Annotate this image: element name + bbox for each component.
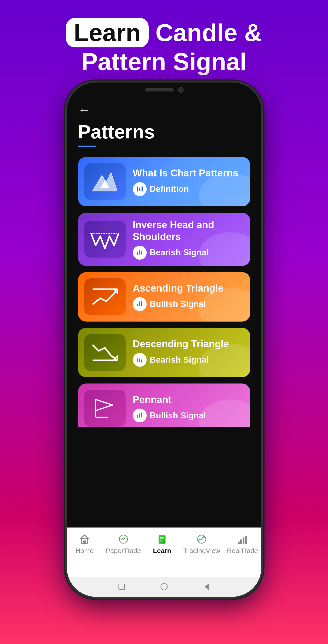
nav-item-realtrade[interactable]: RealTrade [227, 533, 258, 554]
svg-rect-68 [245, 536, 247, 544]
svg-rect-25 [137, 303, 137, 304]
svg-rect-31 [142, 300, 142, 302]
card-ascending-triangle[interactable]: Ascending Triangle [78, 272, 250, 322]
camera [178, 87, 184, 92]
nav-item-tradingview[interactable]: TradingView [183, 533, 220, 554]
back-button[interactable]: ← [78, 103, 250, 117]
svg-rect-20 [142, 250, 142, 252]
bearish-badge-icon-1 [133, 246, 147, 260]
svg-rect-36 [137, 358, 137, 359]
card-what-is-chart-patterns[interactable]: What Is Chart Patterns [78, 157, 250, 206]
candlestick-icon-4 [135, 355, 144, 364]
nav-learn-label: Learn [153, 547, 171, 554]
svg-rect-21 [142, 254, 142, 255]
svg-rect-26 [137, 306, 137, 307]
svg-rect-47 [137, 414, 137, 416]
screen-content: ← Patterns [67, 82, 261, 528]
card-1-icon-box [84, 163, 126, 200]
card-3-badge-label: Bullish Signal [150, 300, 206, 309]
svg-rect-4 [138, 186, 138, 188]
nav-item-home[interactable]: Home [70, 533, 99, 554]
candlestick-icon-1 [135, 185, 144, 194]
home-icon [78, 533, 91, 546]
android-bar [67, 577, 261, 597]
nav-tradingview-label: TradingView [183, 547, 220, 554]
svg-rect-50 [139, 413, 140, 414]
candlestick-icon-3 [135, 300, 144, 308]
svg-rect-43 [142, 362, 142, 363]
card-pennant[interactable]: Pennant [78, 384, 250, 427]
cards-container: What Is Chart Patterns [78, 157, 250, 528]
page-title: Patterns [78, 121, 250, 143]
candlestick-icon-5 [135, 411, 144, 420]
svg-rect-5 [138, 190, 138, 192]
learn-icon [156, 533, 168, 546]
card-5-badge-label: Bullish Signal [150, 411, 206, 420]
phone-screen: ← Patterns [67, 82, 261, 597]
inv-head-shoulders-icon [89, 227, 120, 252]
descending-triangle-icon [89, 340, 120, 365]
realtrade-icon [236, 533, 249, 546]
svg-rect-18 [139, 254, 140, 255]
svg-rect-37 [137, 361, 137, 362]
svg-rect-67 [243, 537, 244, 544]
svg-rect-32 [142, 305, 142, 306]
mountains-icon [89, 170, 120, 194]
card-5-wrapper: Pennant [78, 384, 250, 427]
tradingview-icon [195, 533, 208, 546]
bottom-nav: Home PaperTrade [67, 528, 261, 577]
phone-notch [128, 82, 200, 97]
svg-rect-15 [137, 254, 137, 255]
nav-realtrade-label: RealTrade [227, 547, 258, 554]
svg-rect-53 [142, 412, 142, 413]
card-1-badge-label: Definition [150, 184, 189, 194]
card-3-icon-box [84, 278, 126, 315]
svg-rect-65 [238, 542, 240, 544]
svg-rect-14 [137, 251, 137, 252]
android-back-btn[interactable] [202, 582, 212, 592]
bullish-badge-icon-2 [133, 408, 147, 422]
svg-rect-56 [83, 540, 86, 543]
card-2-icon-box [84, 221, 126, 258]
svg-rect-59 [159, 535, 162, 544]
papertrade-icon [117, 533, 130, 546]
svg-marker-69 [204, 584, 208, 590]
bullish-badge-icon-1 [133, 297, 147, 311]
header-title: Learn Candle & [66, 18, 262, 48]
svg-rect-11 [142, 190, 142, 192]
bearish-badge-icon-2 [133, 353, 147, 367]
svg-rect-28 [139, 302, 140, 303]
android-home-btn[interactable] [159, 582, 169, 592]
candlestick-icon-2 [135, 248, 144, 257]
learn-badge: Learn [66, 18, 149, 48]
svg-rect-51 [139, 416, 140, 418]
svg-rect-48 [137, 417, 137, 418]
header-subtitle: Pattern Signal [66, 48, 262, 76]
card-inverse-head-shoulders[interactable]: Inverse Head and Shoulders [78, 213, 250, 266]
nav-home-label: Home [76, 547, 94, 554]
pennant-icon [89, 396, 120, 420]
nav-item-papertrade[interactable]: PaperTrade [106, 533, 141, 554]
svg-rect-66 [240, 540, 242, 544]
nav-papertrade-label: PaperTrade [106, 547, 141, 554]
card-4-icon-box [84, 334, 126, 371]
svg-rect-42 [142, 359, 142, 361]
svg-rect-54 [142, 416, 142, 418]
svg-rect-8 [140, 190, 140, 192]
header-section: Learn Candle & Pattern Signal [48, 0, 280, 82]
svg-rect-40 [139, 361, 140, 362]
card-descending-triangle[interactable]: Descending Triangle [78, 328, 250, 377]
svg-rect-10 [142, 186, 142, 187]
svg-rect-29 [139, 305, 140, 306]
svg-point-64 [203, 536, 205, 538]
svg-rect-7 [140, 187, 140, 188]
speaker [145, 88, 174, 92]
phone-shell: ← Patterns [67, 82, 261, 597]
svg-rect-39 [139, 358, 140, 360]
svg-rect-17 [139, 250, 140, 251]
android-square-btn[interactable] [117, 582, 126, 592]
nav-item-learn[interactable]: Learn [148, 533, 177, 554]
definition-badge-icon [133, 182, 147, 196]
card-5-icon-box [84, 390, 126, 427]
header-title-rest: Candle & [156, 19, 262, 46]
